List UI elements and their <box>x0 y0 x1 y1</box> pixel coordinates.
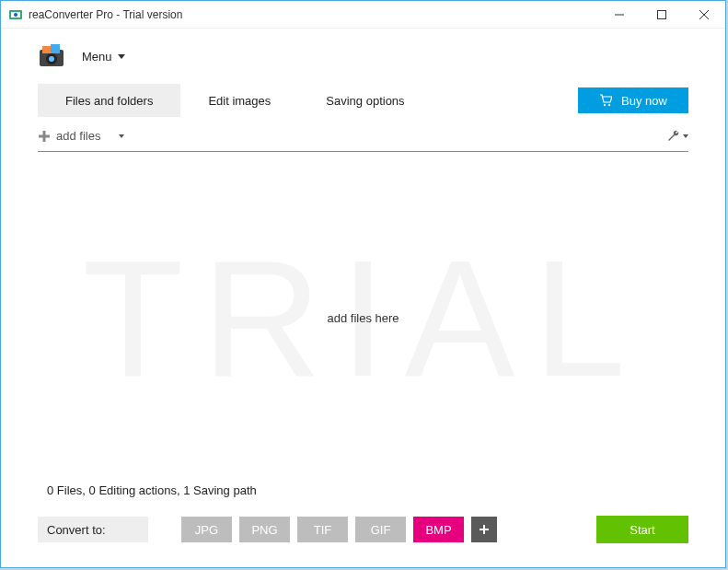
chevron-down-icon <box>119 134 124 138</box>
toolbar: add files <box>38 122 688 152</box>
start-label: Start <box>630 523 654 537</box>
bottombar: Convert to: JPG PNG TIF GIF BMP Start <box>1 516 725 567</box>
format-jpg-button[interactable]: JPG <box>181 517 232 542</box>
window-title: reaConverter Pro - Trial version <box>29 8 182 21</box>
tab-label: Files and folders <box>65 94 153 108</box>
paths-count: 1 <box>183 483 190 497</box>
svg-rect-9 <box>51 44 60 53</box>
chevron-down-icon <box>683 134 688 138</box>
format-label: GIF <box>371 523 391 537</box>
close-icon <box>699 10 709 19</box>
status-line: 0 Files, 0 Editing actions, 1 Saving pat… <box>47 483 688 497</box>
app-window: reaConverter Pro - Trial version Menu Fi… <box>0 0 726 568</box>
drop-hint-text: add files here <box>327 311 399 325</box>
tab-edit-images[interactable]: Edit images <box>180 84 298 117</box>
chevron-down-icon <box>118 54 125 59</box>
add-format-button[interactable] <box>471 517 497 542</box>
tabbar: Files and folders Edit images Saving opt… <box>1 84 725 117</box>
buy-now-button[interactable]: Buy now <box>578 87 688 113</box>
files-count: 0 <box>47 483 53 497</box>
tab-files-folders[interactable]: Files and folders <box>38 84 180 117</box>
close-button[interactable] <box>683 1 725 29</box>
tab-saving-options[interactable]: Saving options <box>298 84 432 117</box>
tab-label: Saving options <box>326 94 404 108</box>
maximize-icon <box>657 10 666 19</box>
actions-label: Editing actions, <box>98 483 179 497</box>
settings-button[interactable] <box>666 129 688 144</box>
minimize-icon <box>615 10 624 19</box>
menubar: Menu <box>1 29 725 84</box>
titlebar: reaConverter Pro - Trial version <box>1 1 725 29</box>
convert-to-label: Convert to: <box>38 517 148 542</box>
paths-label: Saving path <box>193 483 257 497</box>
svg-point-13 <box>608 104 610 106</box>
wrench-icon <box>666 129 681 144</box>
format-tif-button[interactable]: TIF <box>297 517 348 542</box>
add-files-label: add files <box>56 129 100 143</box>
buy-label: Buy now <box>621 94 667 108</box>
plus-icon <box>38 130 51 143</box>
svg-rect-4 <box>658 10 666 18</box>
format-png-button[interactable]: PNG <box>239 517 290 542</box>
maximize-button[interactable] <box>641 1 683 29</box>
tab-label: Edit images <box>208 94 271 108</box>
cart-icon <box>599 94 612 107</box>
format-label: JPG <box>195 523 218 537</box>
files-label: Files, <box>57 483 86 497</box>
minimize-button[interactable] <box>598 1 641 29</box>
format-label: TIF <box>314 523 332 537</box>
svg-rect-8 <box>42 46 52 53</box>
plus-icon <box>479 524 490 535</box>
format-label: PNG <box>251 523 277 537</box>
svg-point-2 <box>14 13 17 17</box>
actions-count: 0 <box>89 483 96 497</box>
start-button[interactable]: Start <box>596 516 688 543</box>
format-bmp-button[interactable]: BMP <box>413 517 464 542</box>
format-gif-button[interactable]: GIF <box>355 517 406 542</box>
svg-point-12 <box>604 104 606 106</box>
menu-label: Menu <box>82 50 112 64</box>
add-files-button[interactable]: add files <box>38 129 124 143</box>
menu-button[interactable]: Menu <box>82 50 125 64</box>
svg-point-11 <box>49 56 54 62</box>
file-drop-area[interactable]: TRIAL add files here <box>38 152 688 483</box>
app-logo-icon <box>38 42 65 70</box>
format-label: BMP <box>425 523 451 537</box>
app-icon <box>8 7 23 22</box>
